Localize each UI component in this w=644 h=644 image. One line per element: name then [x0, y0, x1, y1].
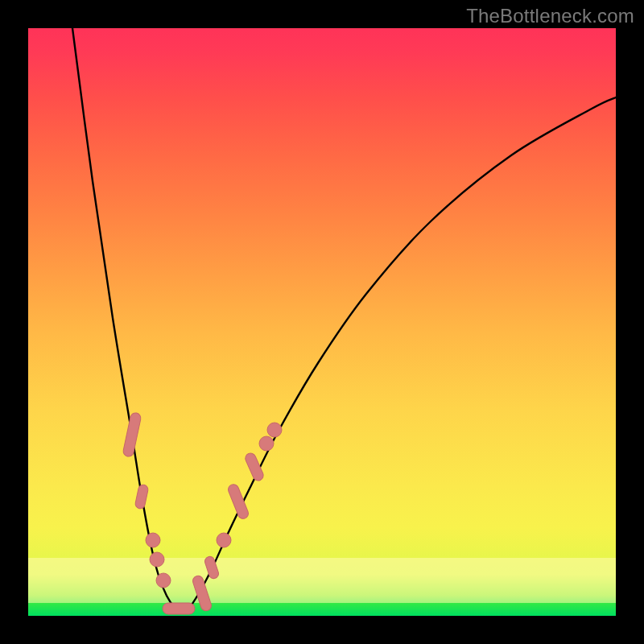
- curve-marker: [134, 484, 149, 510]
- chart-svg: [28, 28, 616, 616]
- curve-marker: [244, 452, 266, 482]
- curve-marker: [156, 573, 171, 588]
- curve-markers: [122, 412, 282, 614]
- chart-stage: TheBottleneck.com: [0, 0, 644, 644]
- curve-marker: [227, 483, 250, 521]
- bottleneck-curve: [72, 28, 616, 613]
- watermark-text: TheBottleneck.com: [466, 5, 634, 27]
- curve-marker: [259, 436, 274, 451]
- curve-marker: [217, 533, 231, 547]
- curve-marker: [267, 423, 282, 437]
- curve-marker: [146, 533, 160, 547]
- curve-marker: [122, 412, 142, 458]
- curve-marker: [163, 603, 195, 614]
- curve-marker: [150, 552, 164, 567]
